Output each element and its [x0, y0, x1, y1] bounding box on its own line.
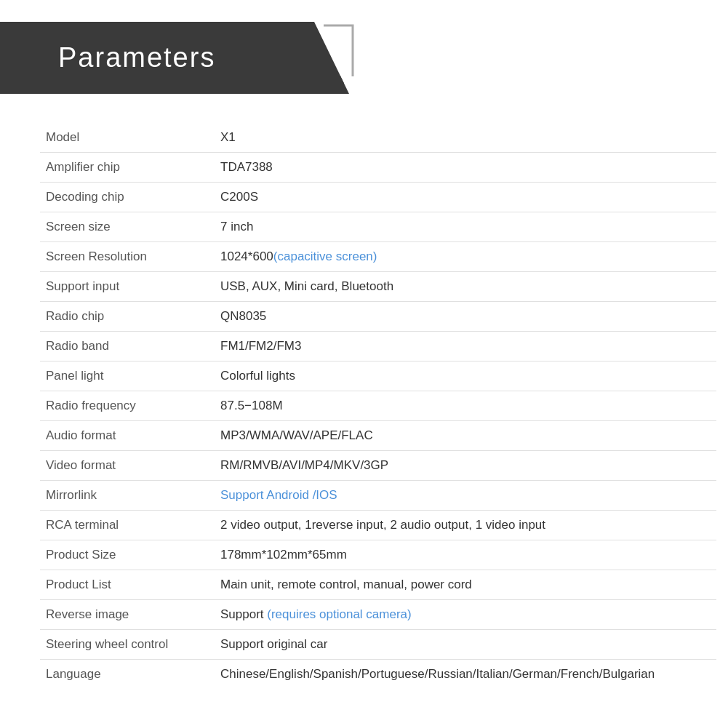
param-value: 87.5−108M	[215, 391, 716, 421]
table-row: Steering wheel controlSupport original c…	[40, 630, 716, 660]
param-label: Support input	[40, 272, 215, 302]
table-row: Support inputUSB, AUX, Mini card, Blueto…	[40, 272, 716, 302]
table-row: ModelX1	[40, 123, 716, 153]
param-value: X1	[215, 123, 716, 153]
param-value: Chinese/English/Spanish/Portuguese/Russi…	[215, 660, 716, 690]
param-label: Radio band	[40, 332, 215, 362]
param-link-text: (requires optional camera)	[267, 607, 411, 621]
param-value: 2 video output, 1reverse input, 2 audio …	[215, 511, 716, 540]
param-value: C200S	[215, 183, 716, 212]
table-row: Radio bandFM1/FM2/FM3	[40, 332, 716, 362]
param-label: Amplifier chip	[40, 153, 215, 183]
param-value: Colorful lights	[215, 362, 716, 391]
param-value: QN8035	[215, 302, 716, 332]
param-value: TDA7388	[215, 153, 716, 183]
param-label: Screen size	[40, 212, 215, 242]
param-value: Support (requires optional camera)	[215, 600, 716, 630]
param-label: RCA terminal	[40, 511, 215, 540]
param-value: Support Android /IOS	[215, 481, 716, 511]
header-section: Parameters	[0, 22, 349, 94]
table-row: Audio formatMP3/WMA/WAV/APE/FLAC	[40, 421, 716, 451]
page-title: Parameters	[58, 42, 320, 73]
header-wrapper: Parameters	[0, 22, 728, 94]
param-label: Product List	[40, 570, 215, 600]
param-value: RM/RMVB/AVI/MP4/MKV/3GP	[215, 451, 716, 481]
table-row: Reverse imageSupport (requires optional …	[40, 600, 716, 630]
table-row: Panel lightColorful lights	[40, 362, 716, 391]
param-label: Product Size	[40, 540, 215, 570]
table-row: Amplifier chipTDA7388	[40, 153, 716, 183]
param-label: Radio frequency	[40, 391, 215, 421]
param-value: 1024*600(capacitive screen)	[215, 242, 716, 272]
table-row: Screen Resolution1024*600(capacitive scr…	[40, 242, 716, 272]
table-row: Radio chipQN8035	[40, 302, 716, 332]
param-label: Decoding chip	[40, 183, 215, 212]
param-label: Model	[40, 123, 215, 153]
table-row: Screen size7 inch	[40, 212, 716, 242]
param-link-text: (capacitive screen)	[273, 249, 377, 263]
param-value: Support original car	[215, 630, 716, 660]
param-label: Video format	[40, 451, 215, 481]
param-label: Reverse image	[40, 600, 215, 630]
param-value: 7 inch	[215, 212, 716, 242]
param-value: FM1/FM2/FM3	[215, 332, 716, 362]
table-row: Product ListMain unit, remote control, m…	[40, 570, 716, 600]
param-label: Steering wheel control	[40, 630, 215, 660]
table-row: Product Size178mm*102mm*65mm	[40, 540, 716, 570]
param-value: Main unit, remote control, manual, power…	[215, 570, 716, 600]
param-value: MP3/WMA/WAV/APE/FLAC	[215, 421, 716, 451]
table-row: MirrorlinkSupport Android /IOS	[40, 481, 716, 511]
table-row: Decoding chipC200S	[40, 183, 716, 212]
param-value: 178mm*102mm*65mm	[215, 540, 716, 570]
param-label: Screen Resolution	[40, 242, 215, 272]
table-row: LanguageChinese/English/Spanish/Portugue…	[40, 660, 716, 690]
table-row: RCA terminal2 video output, 1reverse inp…	[40, 511, 716, 540]
corner-decoration-icon	[313, 22, 356, 80]
param-label: Radio chip	[40, 302, 215, 332]
table-row: Radio frequency87.5−108M	[40, 391, 716, 421]
params-table: ModelX1Amplifier chipTDA7388Decoding chi…	[40, 123, 716, 689]
param-label: Mirrorlink	[40, 481, 215, 511]
param-label: Language	[40, 660, 215, 690]
param-value: USB, AUX, Mini card, Bluetooth	[215, 272, 716, 302]
param-link-text: Support Android /IOS	[220, 488, 337, 502]
table-row: Video formatRM/RMVB/AVI/MP4/MKV/3GP	[40, 451, 716, 481]
param-label: Audio format	[40, 421, 215, 451]
param-label: Panel light	[40, 362, 215, 391]
